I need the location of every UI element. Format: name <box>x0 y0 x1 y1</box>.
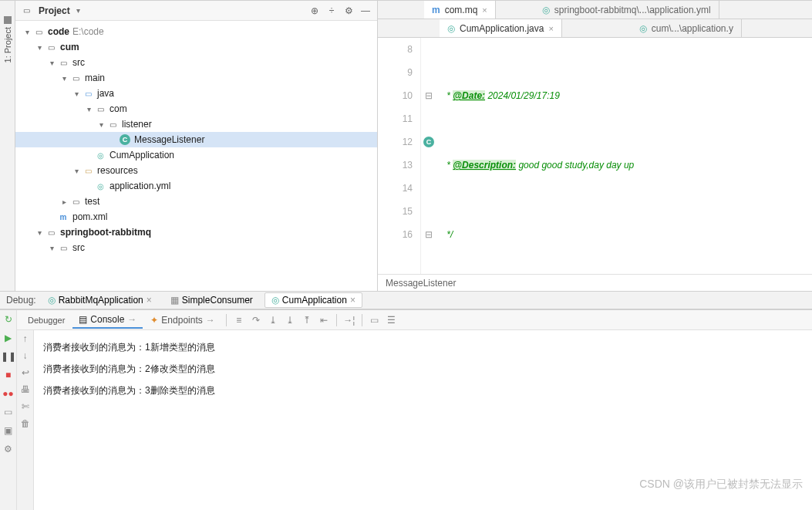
tab-app-yml-1[interactable]: ◎springboot-rabbitmq\...\application.yml <box>534 1 719 19</box>
run-tab-rabbitmq[interactable]: ◎RabbitMqApplication× <box>41 292 159 308</box>
close-icon[interactable]: × <box>482 5 487 15</box>
editor-tabs-top: mcom.mq× ◎springboot-rabbitmq\...\applic… <box>378 1 812 19</box>
step-drop-icon[interactable]: ⇤ <box>316 312 332 328</box>
print-icon[interactable]: 🖶 <box>21 384 30 395</box>
step-out-icon[interactable]: ⤒ <box>299 312 315 328</box>
pause-icon[interactable]: ❚❚ <box>2 350 15 363</box>
track-icon[interactable]: ☰ <box>384 312 399 328</box>
leaf-icon: ◎ <box>48 295 56 306</box>
code-area[interactable]: 8910111213141516 ⊟C⊟ * @Date: 2024/01/29… <box>378 38 812 274</box>
editor-tabs-second: ◎CumApplication.java× ◎cum\...\applicati… <box>378 19 812 38</box>
debug-bar: Debug: ◎RabbitMqApplication× ▦SimpleCons… <box>0 291 812 309</box>
wrap-icon[interactable]: ↩ <box>22 367 29 378</box>
gear-icon[interactable]: ⚙ <box>2 443 15 455</box>
tab-app-yml-2[interactable]: ◎cum\...\application.y <box>632 19 742 37</box>
left-tool-strip: 1: Project <box>0 1 15 291</box>
console-icon: ▤ <box>79 314 87 325</box>
tree-resources[interactable]: ▾▭resources <box>15 163 377 178</box>
sidebar-marker <box>4 16 12 24</box>
chevron-down-icon[interactable]: ▾ <box>73 6 84 15</box>
camera-icon[interactable]: ▣ <box>2 424 15 437</box>
console-line: 消费者接收到的消息为：2修改类型的消息 <box>43 358 803 380</box>
class-icon: C <box>120 134 130 145</box>
debug-label: Debug: <box>6 295 36 306</box>
tree-src2[interactable]: ▾▭src <box>15 240 377 255</box>
project-pane: ▭ Project ▾ ⊕ ÷ ⚙ — ▾▭codeE:\code ▾▭cum … <box>15 1 378 291</box>
run-tab-cum-application[interactable]: ◎CumApplication× <box>264 292 362 308</box>
console-line: 消费者接收到的消息为：1新增类型的消息 <box>43 336 803 358</box>
code-lines[interactable]: * @Date: 2024/01/29/17:19 * @Description… <box>436 38 812 274</box>
close-icon[interactable]: × <box>548 24 553 33</box>
project-title: Project <box>39 5 70 16</box>
watermark: CSDN @该用户已被封禁无法显示 <box>639 478 803 491</box>
down-icon[interactable]: ↓ <box>23 350 28 361</box>
leaf-icon: ◎ <box>94 180 106 192</box>
tree-cum-application[interactable]: ◎CumApplication <box>15 147 377 163</box>
editor-breadcrumb[interactable]: MessageListener <box>378 274 812 291</box>
tree-listener[interactable]: ▾▭listener <box>15 117 377 132</box>
tree-message-listener[interactable]: CMessageListener <box>15 132 377 147</box>
tree-cum[interactable]: ▾▭cum <box>15 39 377 55</box>
tree-main[interactable]: ▾▭main <box>15 70 377 86</box>
leaf-icon: ◎ <box>542 5 550 15</box>
console-tool-row: Debugger ▤Console→ ✦Endpoints→ ≡ ↷ ⤓ ⤓ ⤒… <box>17 310 812 330</box>
layout-icon[interactable]: ▭ <box>2 406 15 418</box>
console-line: 消费者接收到的消息为：3删除类型的消息 <box>43 380 803 401</box>
maven-icon: m <box>57 211 69 223</box>
tab-endpoints[interactable]: ✦Endpoints→ <box>144 312 221 328</box>
folder-icon: ▭ <box>20 5 32 17</box>
tree-java[interactable]: ▾▭java <box>15 86 377 101</box>
rerun-icon[interactable]: ↻ <box>2 313 15 326</box>
tree-com[interactable]: ▾▭com <box>15 101 377 117</box>
run-to-cursor-icon[interactable]: →¦ <box>342 312 357 328</box>
leaf-icon: ◎ <box>271 295 279 306</box>
grid-icon: ▦ <box>170 295 179 306</box>
line-gutter: 8910111213141516 <box>378 38 421 274</box>
stop-icon[interactable]: ■ <box>2 369 15 381</box>
tree-springboot-rabbitmq[interactable]: ▾▭springboot-rabbitmq <box>15 225 377 240</box>
maven-icon: m <box>432 5 440 15</box>
tree-app-yml[interactable]: ◎application.yml <box>15 178 377 194</box>
leaf-icon: ◎ <box>447 23 455 34</box>
run-icon[interactable]: ▶ <box>2 332 15 344</box>
hide-icon[interactable]: — <box>359 4 372 18</box>
tab-console[interactable]: ▤Console→ <box>72 312 143 329</box>
endpoints-icon: ✦ <box>150 315 158 326</box>
gutter-marks: ⊟C⊟ <box>421 38 436 274</box>
tab-debugger[interactable]: Debugger <box>22 313 71 327</box>
leaf-icon: ◎ <box>94 149 106 161</box>
tree-pom[interactable]: mpom.xml <box>15 209 377 225</box>
clear-icon[interactable]: ✄ <box>22 401 29 412</box>
project-tool-label[interactable]: 1: Project <box>3 27 12 62</box>
step-over-icon[interactable]: ≡ <box>231 312 247 328</box>
tab-cum-application[interactable]: ◎CumApplication.java× <box>440 19 562 37</box>
evaluate-icon[interactable]: ▭ <box>367 312 382 328</box>
class-gutter-icon: C <box>423 137 434 147</box>
step-into-icon[interactable]: ↷ <box>248 312 264 328</box>
step-down-icon[interactable]: ⤓ <box>265 312 281 328</box>
step-down2-icon[interactable]: ⤓ <box>282 312 298 328</box>
target-icon[interactable]: ⊕ <box>308 4 322 18</box>
gear-icon[interactable]: ⚙ <box>342 4 355 18</box>
console-mid-toolbar: ↑ ↓ ↩ 🖶 ✄ 🗑 <box>17 330 34 510</box>
tree-code[interactable]: ▾▭codeE:\code <box>15 24 377 39</box>
up-icon[interactable]: ↑ <box>23 333 28 344</box>
tree-test[interactable]: ▸▭test <box>15 194 377 209</box>
expand-icon[interactable]: ÷ <box>325 4 339 18</box>
project-tree: ▾▭codeE:\code ▾▭cum ▾▭src ▾▭main ▾▭java … <box>15 21 377 291</box>
project-pane-header: ▭ Project ▾ ⊕ ÷ ⚙ — <box>15 1 377 21</box>
tab-com-mq[interactable]: mcom.mq× <box>424 1 496 19</box>
editor-pane: mcom.mq× ◎springboot-rabbitmq\...\applic… <box>378 1 812 291</box>
console-left-toolbar: ↻ ▶ ❚❚ ■ ●● ▭ ▣ ⚙ <box>0 310 17 510</box>
breakpoints-icon[interactable]: ●● <box>2 387 15 400</box>
close-icon[interactable]: × <box>147 295 152 306</box>
trash-icon[interactable]: 🗑 <box>21 418 30 429</box>
leaf-icon: ◎ <box>639 23 647 34</box>
tree-src[interactable]: ▾▭src <box>15 55 377 70</box>
close-icon[interactable]: × <box>350 295 355 306</box>
run-tab-simple-consumer[interactable]: ▦SimpleConsumer <box>163 292 260 308</box>
